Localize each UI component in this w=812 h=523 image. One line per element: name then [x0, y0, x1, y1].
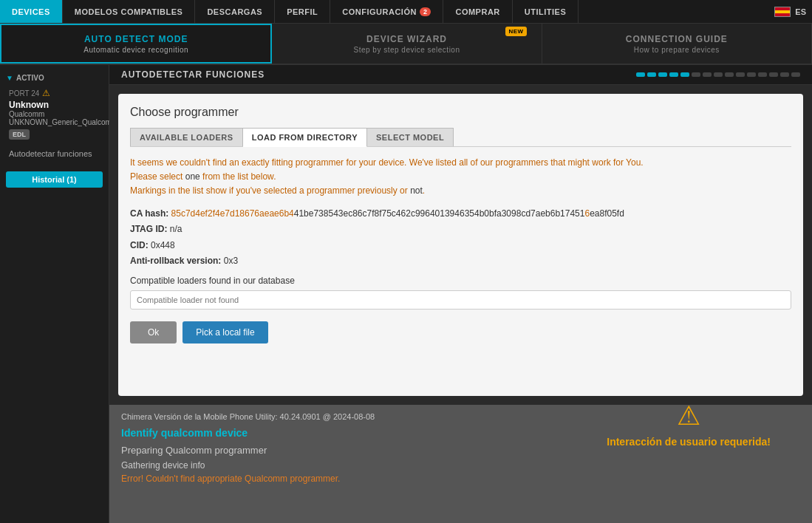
mode-connection-guide[interactable]: CONNECTION GUIDE How to prepare devices: [542, 24, 812, 64]
nav-item-modelos[interactable]: MODELOS COMPATIBLES: [63, 0, 196, 23]
dot-6: [692, 72, 700, 77]
dot-2: [647, 72, 656, 77]
pick-local-file-button[interactable]: Pick a local file: [182, 321, 267, 343]
nav-right: ES: [774, 7, 812, 17]
info-line3: Markings in the list show if you've sele…: [130, 185, 425, 196]
dot-1: [636, 72, 645, 77]
wizard-title: DEVICE WIZARD: [366, 34, 447, 44]
content-area: AUTODETECTAR FUNCIONES Choose: [109, 65, 812, 523]
nav-item-configuracion[interactable]: CONFIGURACIÓN 2: [330, 0, 443, 23]
user-interaction-text: Interacción de usuario requerida!: [607, 436, 771, 448]
cid-value: 0x448: [151, 240, 175, 250]
tab-available-loaders[interactable]: AVAILABLE LOADERS: [130, 128, 243, 146]
ca-hash-label: CA hash:: [130, 208, 168, 219]
ca-hash-value-suffix: 41be738543ec86c7f8f75c462c9964013946354b…: [294, 208, 585, 219]
sidebar-section-activo[interactable]: ▼ ACTIVO: [0, 71, 109, 85]
flag-icon: [774, 7, 791, 17]
guide-sub: How to prepare devices: [634, 46, 720, 54]
top-navigation: DEVICES MODELOS COMPATIBLES DESCARGAS PE…: [0, 0, 812, 24]
device-name: Unknown: [9, 100, 103, 110]
jtag-label: JTAG ID:: [130, 224, 167, 234]
ok-button[interactable]: Ok: [130, 321, 177, 343]
cid-label: CID:: [130, 240, 149, 250]
dot-3: [658, 72, 667, 77]
dot-8: [714, 72, 723, 77]
sidebar: ▼ ACTIVO PORT 24 ⚠ Unknown Qualcomm UNKN…: [0, 65, 109, 523]
log-preparing: Preparing Qualcomm programmer: [121, 445, 340, 456]
language-label: ES: [795, 7, 806, 16]
progress-indicator: [636, 72, 800, 77]
info-text: It seems we couldn't find an exactly fit…: [130, 156, 791, 199]
ca-hash-value-prefix: 85c7d4ef2f4e7d18676aeae6b4: [171, 208, 294, 219]
tab-select-model[interactable]: SELECT MODEL: [367, 128, 454, 146]
auto-detect-title: AUTO DETECT MODE: [84, 34, 188, 44]
device-item[interactable]: PORT 24 ⚠ Unknown Qualcomm UNKNOWN_Gener…: [0, 85, 109, 143]
autodetect-title: AUTODETECTAR FUNCIONES: [121, 69, 265, 80]
ca-hash-row: CA hash: 85c7d4ef2f4e7d18676aeae6b441be7…: [130, 206, 791, 222]
arb-row: Anti-rollback version: 0x3: [130, 253, 791, 270]
dot-15: [791, 72, 800, 77]
jtag-value: n/a: [170, 224, 182, 234]
edl-badge: EDL: [9, 129, 30, 140]
arb-value: 0x3: [224, 256, 238, 266]
loader-input[interactable]: [130, 290, 791, 310]
nav-item-comprar[interactable]: COMPRAR: [443, 0, 512, 23]
guide-title: CONNECTION GUIDE: [626, 34, 728, 44]
arb-label: Anti-rollback version:: [130, 256, 221, 266]
configuracion-badge: 2: [420, 7, 431, 16]
log-error: Error! Couldn't find appropriate Qualcom…: [121, 474, 340, 484]
autodetect-banner: AUTODETECTAR FUNCIONES: [109, 65, 812, 85]
ca-hash-final: ea8f05fd: [590, 208, 624, 219]
device-id: UNKNOWN_Generic_Qualcomm: [9, 118, 103, 126]
nav-item-descargas[interactable]: DESCARGAS: [195, 0, 275, 23]
action-buttons: Ok Pick a local file: [130, 321, 791, 343]
dot-5: [680, 72, 689, 77]
tab-load-directory[interactable]: LOAD FROM DIRECTORY: [243, 128, 367, 147]
compat-label: Compatible loaders found in our database: [130, 276, 791, 286]
mode-auto-detect[interactable]: AUTO DETECT MODE Automatic device recogn…: [0, 24, 272, 64]
dot-7: [703, 72, 712, 77]
nav-item-perfil[interactable]: PERFIL: [275, 0, 330, 23]
dot-10: [736, 72, 745, 77]
dot-13: [769, 72, 778, 77]
section-label: ACTIVO: [16, 74, 44, 82]
nav-item-devices[interactable]: DEVICES: [0, 0, 63, 23]
auto-detect-sub: Automatic device recognition: [83, 46, 188, 54]
info-line1: It seems we couldn't find an exactly fit…: [130, 157, 644, 168]
port-label: PORT 24 ⚠: [9, 88, 103, 98]
dot-11: [747, 72, 756, 77]
new-badge: NEW: [505, 27, 526, 36]
dot-14: [780, 72, 789, 77]
warning-triangle-icon: ⚠: [677, 400, 700, 431]
nav-item-utilities[interactable]: UTILITIES: [513, 0, 579, 23]
info-line2: Please select one from the list below.: [130, 171, 276, 182]
mode-bar: AUTO DETECT MODE Automatic device recogn…: [0, 24, 812, 65]
wizard-sub: Step by step device selection: [353, 46, 460, 54]
choose-programmer-title: Choose programmer: [130, 106, 791, 119]
arrow-icon: ▼: [6, 74, 13, 82]
user-interaction-block: ⚠ Interacción de usuario requerida!: [607, 400, 771, 448]
history-button[interactable]: Historial (1): [6, 171, 103, 188]
dot-12: [758, 72, 767, 77]
jtag-row: JTAG ID: n/a: [130, 222, 791, 238]
log-steps: Preparing Qualcomm programmer Gathering …: [121, 445, 340, 484]
log-gathering: Gathering device info: [121, 460, 340, 471]
cid-row: CID: 0x448: [130, 238, 791, 254]
choose-programmer-panel: Choose programmer AVAILABLE LOADERS LOAD…: [118, 94, 803, 396]
dot-9: [725, 72, 734, 77]
dot-4: [669, 72, 678, 77]
log-area: Chimera Versión de la Mobile Phone Utili…: [109, 405, 812, 523]
main-layout: ▼ ACTIVO PORT 24 ⚠ Unknown Qualcomm UNKN…: [0, 65, 812, 523]
device-info-block: CA hash: 85c7d4ef2f4e7d18676aeae6b441be7…: [130, 206, 791, 270]
device-brand: Qualcomm: [9, 110, 103, 118]
autodetect-link[interactable]: Autodetectar funciones: [0, 143, 109, 165]
programmer-tabs: AVAILABLE LOADERS LOAD FROM DIRECTORY SE…: [130, 128, 791, 147]
mode-device-wizard[interactable]: NEW DEVICE WIZARD Step by step device se…: [272, 24, 542, 64]
warning-icon: ⚠: [42, 88, 50, 98]
